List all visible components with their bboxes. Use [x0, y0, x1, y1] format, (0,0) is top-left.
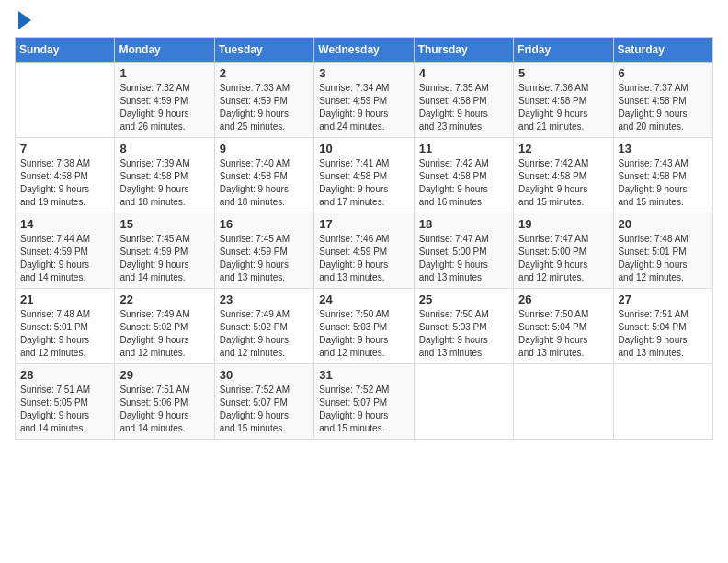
day-info: Sunrise: 7:46 AMSunset: 4:59 PMDaylight:…	[319, 233, 408, 284]
calendar-cell: 9Sunrise: 7:40 AMSunset: 4:58 PMDaylight…	[214, 138, 313, 213]
day-number: 27	[619, 293, 708, 306]
day-info: Sunrise: 7:40 AMSunset: 4:58 PMDaylight:…	[220, 157, 309, 209]
day-info: Sunrise: 7:48 AMSunset: 5:01 PMDaylight:…	[619, 233, 708, 284]
calendar-cell	[514, 364, 613, 440]
day-number: 1	[119, 66, 209, 80]
calendar-week-2: 7Sunrise: 7:38 AMSunset: 4:58 PMDaylight…	[16, 138, 713, 213]
day-info: Sunrise: 7:47 AMSunset: 5:00 PMDaylight:…	[419, 233, 508, 284]
calendar-cell: 13Sunrise: 7:43 AMSunset: 4:58 PMDayligh…	[613, 138, 712, 213]
day-number: 28	[20, 368, 109, 382]
day-info: Sunrise: 7:35 AMSunset: 4:58 PMDaylight:…	[419, 82, 508, 133]
day-number: 21	[20, 293, 109, 306]
page-header	[15, 15, 713, 29]
day-number: 5	[518, 66, 608, 80]
calendar-cell: 28Sunrise: 7:51 AMSunset: 5:05 PMDayligh…	[16, 364, 115, 440]
day-number: 30	[220, 368, 309, 382]
calendar-week-1: 1Sunrise: 7:32 AMSunset: 4:59 PMDaylight…	[16, 63, 713, 138]
day-info: Sunrise: 7:44 AMSunset: 4:59 PMDaylight:…	[20, 233, 109, 284]
header-cell-thursday: Thursday	[414, 38, 513, 63]
day-info: Sunrise: 7:37 AMSunset: 4:58 PMDaylight:…	[619, 82, 708, 133]
day-number: 12	[518, 142, 608, 155]
header-cell-wednesday: Wednesday	[314, 38, 414, 63]
calendar-cell: 30Sunrise: 7:52 AMSunset: 5:07 PMDayligh…	[214, 364, 313, 440]
calendar-cell: 31Sunrise: 7:52 AMSunset: 5:07 PMDayligh…	[314, 364, 414, 440]
day-number: 14	[20, 217, 109, 231]
calendar-cell: 15Sunrise: 7:45 AMSunset: 4:59 PMDayligh…	[115, 213, 214, 289]
calendar-cell: 5Sunrise: 7:36 AMSunset: 4:58 PMDaylight…	[514, 63, 613, 138]
header-cell-friday: Friday	[514, 38, 613, 63]
calendar-body: 1Sunrise: 7:32 AMSunset: 4:59 PMDaylight…	[16, 63, 713, 440]
calendar-cell: 2Sunrise: 7:33 AMSunset: 4:59 PMDaylight…	[214, 63, 313, 138]
header-cell-tuesday: Tuesday	[214, 38, 313, 63]
calendar-week-5: 28Sunrise: 7:51 AMSunset: 5:05 PMDayligh…	[16, 364, 713, 440]
day-info: Sunrise: 7:45 AMSunset: 4:59 PMDaylight:…	[220, 233, 309, 284]
calendar-cell	[613, 364, 712, 440]
day-number: 2	[220, 66, 309, 80]
day-number: 29	[119, 368, 209, 382]
calendar-cell: 7Sunrise: 7:38 AMSunset: 4:58 PMDaylight…	[16, 138, 115, 213]
day-info: Sunrise: 7:52 AMSunset: 5:07 PMDaylight:…	[319, 384, 408, 435]
day-number: 15	[119, 217, 209, 231]
header-row: SundayMondayTuesdayWednesdayThursdayFrid…	[16, 38, 713, 63]
day-number: 23	[220, 293, 309, 306]
calendar-cell: 6Sunrise: 7:37 AMSunset: 4:58 PMDaylight…	[613, 63, 712, 138]
day-number: 22	[119, 293, 209, 306]
calendar-cell: 25Sunrise: 7:50 AMSunset: 5:03 PMDayligh…	[414, 289, 513, 364]
calendar-cell: 27Sunrise: 7:51 AMSunset: 5:04 PMDayligh…	[613, 289, 712, 364]
calendar-header: SundayMondayTuesdayWednesdayThursdayFrid…	[16, 38, 713, 63]
day-number: 6	[619, 66, 708, 80]
day-info: Sunrise: 7:49 AMSunset: 5:02 PMDaylight:…	[119, 308, 209, 360]
day-number: 31	[319, 368, 408, 382]
calendar-cell: 20Sunrise: 7:48 AMSunset: 5:01 PMDayligh…	[613, 213, 712, 289]
day-number: 25	[419, 293, 508, 306]
calendar-cell: 21Sunrise: 7:48 AMSunset: 5:01 PMDayligh…	[16, 289, 115, 364]
day-info: Sunrise: 7:41 AMSunset: 4:58 PMDaylight:…	[319, 157, 408, 209]
day-number: 16	[220, 217, 309, 231]
calendar-cell: 1Sunrise: 7:32 AMSunset: 4:59 PMDaylight…	[115, 63, 214, 138]
day-number: 11	[419, 142, 508, 155]
day-info: Sunrise: 7:52 AMSunset: 5:07 PMDaylight:…	[220, 384, 309, 435]
day-info: Sunrise: 7:43 AMSunset: 4:58 PMDaylight:…	[619, 157, 708, 209]
day-number: 8	[119, 142, 209, 155]
calendar-cell: 19Sunrise: 7:47 AMSunset: 5:00 PMDayligh…	[514, 213, 613, 289]
day-info: Sunrise: 7:50 AMSunset: 5:03 PMDaylight:…	[319, 308, 408, 360]
day-number: 9	[220, 142, 309, 155]
header-cell-sunday: Sunday	[16, 38, 115, 63]
day-number: 4	[419, 66, 508, 80]
calendar-cell: 10Sunrise: 7:41 AMSunset: 4:58 PMDayligh…	[314, 138, 414, 213]
day-info: Sunrise: 7:34 AMSunset: 4:59 PMDaylight:…	[319, 82, 408, 133]
day-info: Sunrise: 7:42 AMSunset: 4:58 PMDaylight:…	[419, 157, 508, 209]
calendar-table: SundayMondayTuesdayWednesdayThursdayFrid…	[15, 37, 713, 440]
day-info: Sunrise: 7:38 AMSunset: 4:58 PMDaylight:…	[20, 157, 109, 209]
day-info: Sunrise: 7:42 AMSunset: 4:58 PMDaylight:…	[518, 157, 608, 209]
day-number: 26	[518, 293, 608, 306]
calendar-cell	[414, 364, 513, 440]
day-info: Sunrise: 7:51 AMSunset: 5:06 PMDaylight:…	[119, 384, 209, 435]
calendar-cell: 17Sunrise: 7:46 AMSunset: 4:59 PMDayligh…	[314, 213, 414, 289]
day-number: 17	[319, 217, 408, 231]
day-info: Sunrise: 7:39 AMSunset: 4:58 PMDaylight:…	[119, 157, 209, 209]
calendar-cell: 18Sunrise: 7:47 AMSunset: 5:00 PMDayligh…	[414, 213, 513, 289]
day-info: Sunrise: 7:51 AMSunset: 5:05 PMDaylight:…	[20, 384, 109, 435]
day-info: Sunrise: 7:47 AMSunset: 5:00 PMDaylight:…	[518, 233, 608, 284]
calendar-cell	[16, 63, 115, 138]
day-number: 18	[419, 217, 508, 231]
day-number: 19	[518, 217, 608, 231]
calendar-cell: 4Sunrise: 7:35 AMSunset: 4:58 PMDaylight…	[414, 63, 513, 138]
day-number: 7	[20, 142, 109, 155]
day-info: Sunrise: 7:33 AMSunset: 4:59 PMDaylight:…	[220, 82, 309, 133]
logo-arrow-icon	[18, 11, 31, 29]
day-info: Sunrise: 7:45 AMSunset: 4:59 PMDaylight:…	[119, 233, 209, 284]
calendar-cell: 3Sunrise: 7:34 AMSunset: 4:59 PMDaylight…	[314, 63, 414, 138]
calendar-cell: 16Sunrise: 7:45 AMSunset: 4:59 PMDayligh…	[214, 213, 313, 289]
day-number: 3	[319, 66, 408, 80]
calendar-cell: 23Sunrise: 7:49 AMSunset: 5:02 PMDayligh…	[214, 289, 313, 364]
day-info: Sunrise: 7:49 AMSunset: 5:02 PMDaylight:…	[220, 308, 309, 360]
day-info: Sunrise: 7:32 AMSunset: 4:59 PMDaylight:…	[119, 82, 209, 133]
header-cell-monday: Monday	[115, 38, 214, 63]
day-info: Sunrise: 7:36 AMSunset: 4:58 PMDaylight:…	[518, 82, 608, 133]
calendar-cell: 26Sunrise: 7:50 AMSunset: 5:04 PMDayligh…	[514, 289, 613, 364]
day-info: Sunrise: 7:48 AMSunset: 5:01 PMDaylight:…	[20, 308, 109, 360]
header-cell-saturday: Saturday	[613, 38, 712, 63]
calendar-cell: 12Sunrise: 7:42 AMSunset: 4:58 PMDayligh…	[514, 138, 613, 213]
